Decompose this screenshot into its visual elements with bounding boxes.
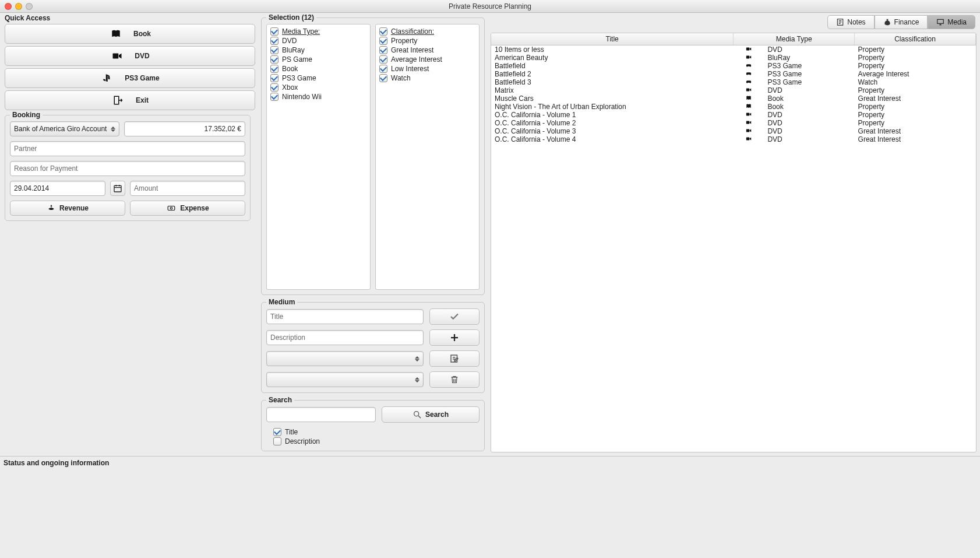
plus-icon — [449, 332, 460, 343]
col-classification[interactable]: Classification — [855, 33, 976, 45]
classification-item: Watch — [391, 74, 411, 82]
add-button[interactable] — [429, 329, 480, 346]
table-row[interactable]: O.C. California - Volume 2DVDProperty — [491, 119, 976, 127]
media-type-checkbox[interactable] — [270, 93, 279, 101]
tab-notes[interactable]: Notes — [827, 15, 874, 29]
chevron-updown-icon — [415, 377, 420, 382]
medium-class-select[interactable] — [266, 372, 424, 387]
dvd-button[interactable]: DVD — [5, 46, 255, 66]
table-row[interactable]: Battlefield 2PS3 GameAverage Interest — [491, 70, 976, 78]
media-type-icon — [734, 62, 764, 70]
media-type-checkbox[interactable] — [270, 46, 279, 54]
chevron-updown-icon — [111, 127, 115, 132]
confirm-button[interactable] — [429, 308, 480, 325]
media-type-icon — [734, 127, 764, 135]
revenue-button-label: Revenue — [59, 204, 89, 212]
svg-rect-0 — [113, 54, 119, 59]
col-media-type[interactable]: Media Type — [734, 33, 855, 45]
table-row[interactable]: MatrixDVDProperty — [491, 86, 976, 94]
media-type-item: Book — [282, 65, 298, 73]
delete-button[interactable] — [429, 371, 480, 388]
classification-checkbox[interactable] — [379, 37, 387, 45]
cell-media-type: DVD — [764, 45, 854, 54]
media-type-checkbox[interactable] — [270, 65, 279, 73]
media-type-checkbox[interactable] — [270, 55, 279, 64]
table-row[interactable]: O.C. California - Volume 4DVDGreat Inter… — [491, 135, 976, 143]
window-title: Private Resource Planning — [0, 2, 980, 10]
book-button[interactable]: Book — [5, 24, 255, 44]
cell-classification: Property — [855, 119, 976, 127]
search-button[interactable]: Search — [382, 406, 480, 423]
media-type-icon — [734, 70, 764, 78]
classification-checkbox[interactable] — [379, 65, 387, 73]
medium-desc-input[interactable]: Description — [266, 330, 424, 345]
medium-title: Medium — [266, 298, 297, 306]
calendar-button[interactable] — [110, 181, 125, 196]
table-row[interactable]: 10 Items or lessDVDProperty — [491, 45, 976, 54]
exit-button[interactable]: Exit — [5, 90, 255, 110]
classification-item: Property — [391, 37, 417, 45]
cell-classification: Property — [855, 86, 976, 94]
account-select[interactable]: Bank of America Giro Account — [10, 121, 119, 136]
search-input[interactable] — [266, 407, 376, 422]
cell-classification: Property — [855, 45, 976, 54]
cell-classification: Property — [855, 54, 976, 62]
table-row[interactable]: Night Vision - The Art of Urban Explorat… — [491, 103, 976, 111]
classification-checkbox[interactable] — [379, 74, 387, 82]
svg-rect-12 — [746, 113, 749, 116]
media-type-checkbox[interactable] — [270, 83, 279, 92]
camera-icon — [110, 51, 124, 61]
medium-type-select[interactable] — [266, 351, 424, 366]
media-type-checkbox[interactable] — [270, 37, 279, 45]
medium-title-input[interactable]: Title — [266, 309, 424, 324]
classification-checkbox[interactable] — [379, 55, 387, 64]
check-icon — [449, 311, 460, 322]
cell-classification: Property — [855, 62, 976, 70]
cell-title: Battlefield 2 — [491, 70, 734, 78]
account-select-value: Bank of America Giro Account — [14, 122, 107, 136]
media-type-item: PS3 Game — [282, 74, 316, 82]
svg-rect-8 — [937, 19, 944, 23]
tab-notes-label: Notes — [847, 18, 865, 26]
classification-item: Great Interest — [391, 46, 433, 54]
status-bar: Status and ongoing information — [0, 456, 980, 469]
playstation-icon — [100, 73, 114, 83]
calendar-icon — [113, 184, 122, 193]
tab-media-label: Media — [947, 18, 967, 26]
table-row[interactable]: O.C. California - Volume 1DVDProperty — [491, 111, 976, 119]
media-type-icon — [734, 54, 764, 62]
classification-all-checkbox[interactable] — [379, 27, 387, 36]
edit-button[interactable] — [429, 350, 480, 367]
table-row[interactable]: O.C. California - Volume 3DVDGreat Inter… — [491, 127, 976, 135]
media-type-item: DVD — [282, 37, 297, 45]
col-title[interactable]: Title — [491, 33, 734, 45]
table-row[interactable]: American BeautyBluRayProperty — [491, 54, 976, 62]
media-type-all-checkbox[interactable] — [270, 27, 279, 36]
amount-input[interactable]: Amount — [130, 181, 245, 196]
classification-checkbox[interactable] — [379, 46, 387, 54]
revenue-button[interactable]: Revenue — [10, 201, 125, 216]
svg-rect-1 — [114, 96, 119, 104]
reason-input[interactable]: Reason for Payment — [10, 161, 245, 176]
media-type-item: Nintendo Wii — [282, 93, 322, 101]
media-type-checkbox[interactable] — [270, 74, 279, 82]
partner-input[interactable]: Partner — [10, 141, 245, 156]
cell-title: Battlefield — [491, 62, 734, 70]
cell-classification: Average Interest — [855, 70, 976, 78]
ps3-game-button[interactable]: PS3 Game — [5, 68, 255, 88]
tab-media[interactable]: Media — [928, 15, 975, 29]
table-row[interactable]: Battlefield 3PS3 GameWatch — [491, 78, 976, 86]
date-input[interactable]: 29.04.2014 — [10, 181, 105, 196]
expense-button[interactable]: Expense — [130, 201, 245, 216]
table-row[interactable]: BattlefieldPS3 GameProperty — [491, 62, 976, 70]
search-desc-checkbox[interactable] — [273, 437, 281, 445]
exit-icon — [111, 95, 125, 106]
tab-finance[interactable]: Finance — [875, 15, 928, 29]
search-title-checkbox[interactable] — [273, 428, 281, 436]
media-type-icon — [734, 119, 764, 127]
book-icon — [109, 29, 123, 39]
svg-rect-9 — [746, 48, 749, 51]
media-type-item: PS Game — [282, 55, 312, 64]
table-row[interactable]: Muscle CarsBookGreat Interest — [491, 94, 976, 103]
cell-media-type: PS3 Game — [764, 78, 854, 86]
